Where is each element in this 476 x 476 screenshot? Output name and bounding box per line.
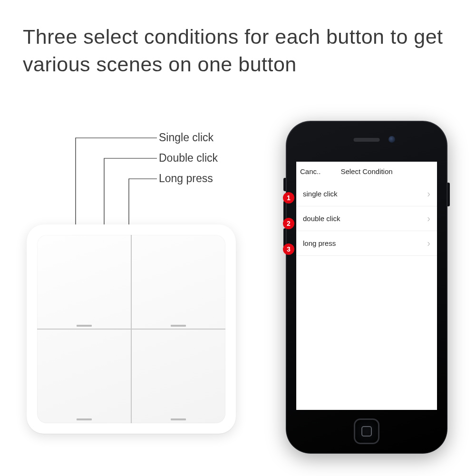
phone-mute-switch: [283, 178, 286, 191]
switch-device: [27, 224, 236, 434]
callout-double-click: Double click: [159, 153, 218, 164]
phone-front-camera: [389, 136, 395, 143]
phone-earpiece: [354, 138, 380, 142]
option-label: double click: [303, 214, 340, 223]
option-long-press[interactable]: long press ›: [296, 231, 437, 256]
phone-mockup: 1 2 3 Canc.. Select Condition single cli…: [286, 121, 447, 454]
switch-led-2: [171, 325, 186, 327]
app-navbar: Canc.. Select Condition: [296, 162, 437, 182]
chevron-right-icon: ›: [427, 238, 430, 249]
headline-text: Three select conditions for each button …: [23, 23, 453, 78]
bullet-2: 2: [283, 218, 294, 229]
switch-led-3: [77, 418, 92, 420]
bullet-3: 3: [283, 243, 294, 255]
switch-led-4: [171, 418, 186, 420]
callout-single-click: Single click: [159, 132, 218, 143]
chevron-right-icon: ›: [427, 188, 430, 199]
option-label: long press: [303, 239, 336, 247]
option-single-click[interactable]: single click ›: [296, 182, 437, 206]
option-label: single click: [303, 190, 338, 198]
phone-screen: Canc.. Select Condition single click › d…: [296, 162, 437, 410]
phone-power-button: [447, 183, 450, 206]
switch-divider-vertical: [131, 235, 132, 423]
cancel-button[interactable]: Canc..: [300, 167, 321, 175]
phone-home-button: [354, 418, 379, 444]
switch-led-1: [77, 325, 92, 327]
chevron-right-icon: ›: [427, 213, 430, 224]
callout-label-group: Single click Double click Long press: [159, 132, 218, 194]
option-double-click[interactable]: double click ›: [296, 206, 437, 231]
bullet-1: 1: [283, 192, 294, 204]
switch-face: [37, 235, 225, 423]
callout-long-press: Long press: [159, 173, 218, 184]
